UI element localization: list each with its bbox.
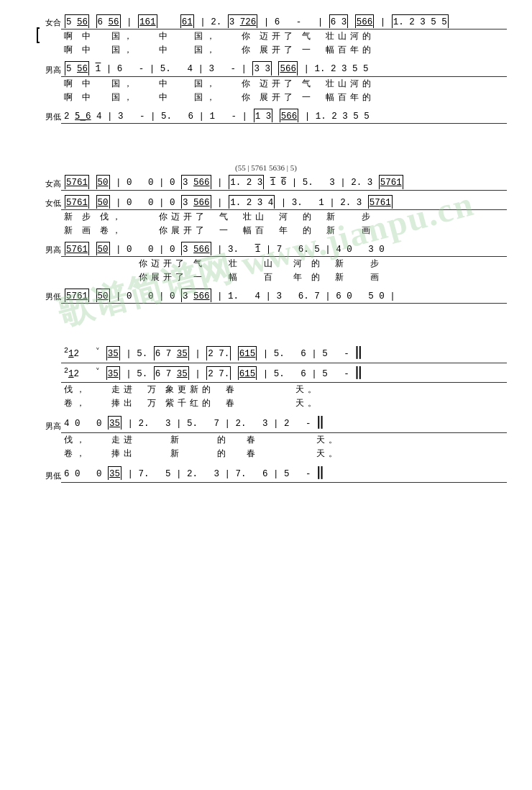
s3-ng-lyric-text2: 卷， 捧出 新 的 春 天。 bbox=[61, 447, 507, 460]
s3ng-repeat: ‖ bbox=[316, 415, 324, 430]
ng-grp-2: 3 3 bbox=[252, 61, 272, 75]
nan-gao-2-line: 男高 5761 50 | 0 0 | 0 3 566 | 3. 1 | 7 6.… bbox=[40, 240, 507, 257]
nan-di-content: 男低 2 5̲6 4 | 3 - | 5. 6 | 1 - | 1 3 566 bbox=[40, 107, 507, 124]
nan-gao-lyric-text-2: 啊 中 国， 中 国， 你 展开了 一 幅百年的 bbox=[61, 91, 507, 104]
nvg-note-2: 6 bbox=[281, 178, 287, 188]
ng2-lyric-1: 你迈开了 气 壮 山 河 的 新 步 bbox=[40, 257, 507, 271]
s3-top-content: 212 ᵛ 35 | 5. 6 7 35 | 2 7. 615 | 5. 6 |… bbox=[40, 343, 507, 410]
s3-ng-lyric2: 卷， 捧出 新 的 春 天。 bbox=[40, 447, 507, 460]
gap-2 bbox=[25, 325, 507, 343]
nan-gao-content: 男高 5 56 1 | 6 - | 5. 4 | 3 - | 3 3 bbox=[40, 60, 507, 104]
note-group-8: 1. 2 3 5 5 bbox=[392, 14, 449, 28]
nv-he-content: 女合 5 56 6 56 | 161 61 | 2. 3 726 | bbox=[40, 13, 507, 57]
nvd-grp-2: 50 bbox=[96, 195, 110, 209]
nan-di-label: 男低 bbox=[40, 112, 61, 124]
nan-di-2-label: 男低 bbox=[40, 291, 61, 304]
nan-gao-lyric-text-1: 啊 中 国， 中 国， 你 迈开了 气 壮山河的 bbox=[61, 77, 507, 91]
nd2-grp-1: 5761 bbox=[65, 289, 89, 302]
nvg-note-1: 1 bbox=[270, 178, 276, 188]
s3ng-lyric-sp1 bbox=[40, 445, 61, 447]
note-group-1: 5 56 bbox=[65, 14, 89, 28]
s3-grp6: 6 7 35 bbox=[154, 366, 189, 380]
s3-grp5: 35 bbox=[106, 366, 120, 380]
nv-di-lyric-text-1: 新 步 伐， 你迈开了 气 壮山 河 的 新 步 bbox=[61, 210, 507, 224]
s3-repeat2: ‖ bbox=[354, 366, 362, 380]
s3-label1 bbox=[40, 362, 61, 363]
s3-lyric2: 卷， 捧出 万 紫千红的 春 天。 bbox=[40, 396, 507, 410]
nv-di-content: 女低 5761 50 | 0 0 | 0 3 566 | 1. 2 3 4 | … bbox=[40, 194, 507, 237]
bracket-nv-gao bbox=[25, 173, 40, 190]
ng2-grp-3: 3 566 bbox=[181, 242, 211, 255]
lyric-spacer-2 bbox=[40, 55, 61, 57]
s3-notes2: 212 ᵛ 35 | 5. 6 7 35 | 2 7. 615 | 5. 6 |… bbox=[61, 363, 507, 383]
s3nd-repeat: ‖ bbox=[316, 466, 324, 480]
nvd-grp-4: 1. 2 3 4 bbox=[229, 195, 275, 209]
nv-gao-line: 女高 5761 50 | 0 0 | 0 3 566 | 1. 2 3 1 6 … bbox=[40, 173, 507, 190]
s3-top-block: 212 ᵛ 35 | 5. 6 7 35 | 2 7. 615 | 5. 6 |… bbox=[25, 343, 507, 410]
s3-grp8: 615 bbox=[238, 366, 257, 380]
nv-he-label: 女合 bbox=[40, 17, 61, 29]
bracket-nan-di bbox=[25, 107, 40, 124]
s3-grp2: 6 7 35 bbox=[154, 346, 189, 360]
ng2-note-1: 1 bbox=[255, 245, 261, 255]
s3-lyric1: 伐， 走进 万 象更新的 春 天。 bbox=[40, 383, 507, 396]
s3-grp1: 35 bbox=[106, 346, 120, 360]
bracket-s3-nd bbox=[25, 463, 40, 483]
bracket-nv-he bbox=[25, 13, 40, 57]
s3-repeat1: ‖ bbox=[354, 345, 362, 360]
nvd-grp-3: 3 566 bbox=[181, 195, 211, 209]
s3-breath2: ᵛ bbox=[96, 366, 101, 375]
nv-di-lyric-2: 新 画 卷， 你展开了 一 幅百 年 的 新 画 bbox=[40, 224, 507, 237]
note-group-6: 6 3 bbox=[329, 14, 349, 28]
nan-gao-notes: 5 56 1 | 6 - | 5. 4 | 3 - | 3 3 566 | bbox=[61, 60, 507, 77]
note-group-4: 61 bbox=[180, 14, 194, 28]
s3-lyric-text2: 卷， 捧出 万 紫千红的 春 天。 bbox=[61, 396, 507, 410]
s3-label2 bbox=[40, 381, 61, 383]
page: 歌谱简谱网 www.jianpu.cn 女合 5 56 6 56 | bbox=[0, 0, 532, 517]
nv-gao-content: 女高 5761 50 | 0 0 | 0 3 566 | 1. 2 3 1 6 … bbox=[40, 173, 507, 190]
s3-ng-block: 男高 4 0 0 35 | 2. 3 | 5. 7 | 2. 3 | 2 - ‖ bbox=[25, 413, 507, 460]
nv-he-lyric-text-2: 啊 中 国， 中 国， 你 展开了 一 幅百年的 bbox=[61, 43, 507, 57]
nan-gao-2-notes: 5761 50 | 0 0 | 0 3 566 | 3. 1 | 7 6. 5 … bbox=[61, 240, 507, 257]
s3-ng-content: 男高 4 0 0 35 | 2. 3 | 5. 7 | 2. 3 | 2 - ‖ bbox=[40, 413, 507, 460]
nvd-grp-1: 5761 bbox=[65, 195, 89, 209]
nan-gao-2-block: 男高 5761 50 | 0 0 | 0 3 566 | 3. 1 | 7 6.… bbox=[25, 240, 507, 284]
note-5: 2. bbox=[211, 17, 221, 27]
s3-ng-line: 男高 4 0 0 35 | 2. 3 | 5. 7 | 2. 3 | 2 - ‖ bbox=[40, 413, 507, 432]
gap-1 bbox=[25, 145, 507, 163]
nan-di-line: 男低 2 5̲6 4 | 3 - | 5. 6 | 1 - | 1 3 566 bbox=[40, 107, 507, 124]
nv-he-line: 女合 5 56 6 56 | 161 61 | 2. 3 726 | bbox=[40, 13, 507, 29]
section-3: 212 ᵛ 35 | 5. 6 7 35 | 2 7. 615 | 5. 6 |… bbox=[25, 343, 507, 483]
nv-di-lyric-text-2: 新 画 卷， 你展开了 一 幅百 年 的 新 画 bbox=[61, 224, 507, 237]
s3nd-grp1: 35 bbox=[108, 466, 121, 480]
s3-notes1: 212 ᵛ 35 | 5. 6 7 35 | 2 7. 615 | 5. 6 |… bbox=[61, 343, 507, 363]
note-group-5: 3 726 bbox=[228, 14, 258, 28]
s3-grp3: 2 7. bbox=[206, 346, 231, 360]
ng-lyric-spacer-2 bbox=[40, 103, 61, 104]
note-group-2: 6 56 bbox=[96, 14, 121, 28]
note-group-7: 566 bbox=[355, 14, 375, 28]
nan-di-2-block: 男低 5761 50 | 0 0 | 0 3 566 | 1. 4 | 3 6.… bbox=[25, 287, 507, 304]
section-1: 女合 5 56 6 56 | 161 61 | 2. 3 726 | bbox=[25, 13, 507, 124]
s3-nd-notes: 6 0 0 35 | 7. 5 | 2. 3 | 7. 6 | 5 - ‖ bbox=[61, 463, 507, 483]
s3-ng-lyric1: 伐， 走进 新 的 春 天。 bbox=[40, 433, 507, 447]
nv-di-notes: 5761 50 | 0 0 | 0 3 566 | 1. 2 3 4 | 3. … bbox=[61, 194, 507, 210]
nv-he-lyric-1: 啊 中 国， 中 国， 你 迈开了 气 壮山河的 bbox=[40, 29, 507, 43]
s3ng-grp1: 35 bbox=[108, 416, 121, 430]
nd2-grp-3: 3 566 bbox=[181, 289, 211, 302]
nd-note-1: 5̲6 bbox=[75, 112, 91, 122]
bracket-ng2 bbox=[25, 240, 40, 284]
section-2: (55 | 5761 5636 | 5) 女高 5761 50 | 0 0 | … bbox=[25, 163, 507, 304]
bracket-nan-gao bbox=[25, 60, 40, 104]
s3-breath: ᵛ bbox=[96, 346, 101, 355]
lyric-spacer-1 bbox=[40, 42, 61, 43]
ng2-lyric-sp2 bbox=[40, 283, 61, 284]
ng-grp-3: 566 bbox=[278, 61, 298, 75]
s3-ng-lyric-text1: 伐， 走进 新 的 春 天。 bbox=[61, 433, 507, 447]
s3-grp7: 2 7. bbox=[206, 366, 231, 380]
nan-gao-label: 男高 bbox=[40, 65, 61, 77]
note-group-3: 161 bbox=[138, 14, 157, 28]
nvd-grp-5: 5761 bbox=[368, 195, 393, 209]
ng-note-1: 1 bbox=[96, 63, 101, 74]
section2-subtitle: (55 | 5761 5636 | 5) bbox=[25, 163, 507, 172]
